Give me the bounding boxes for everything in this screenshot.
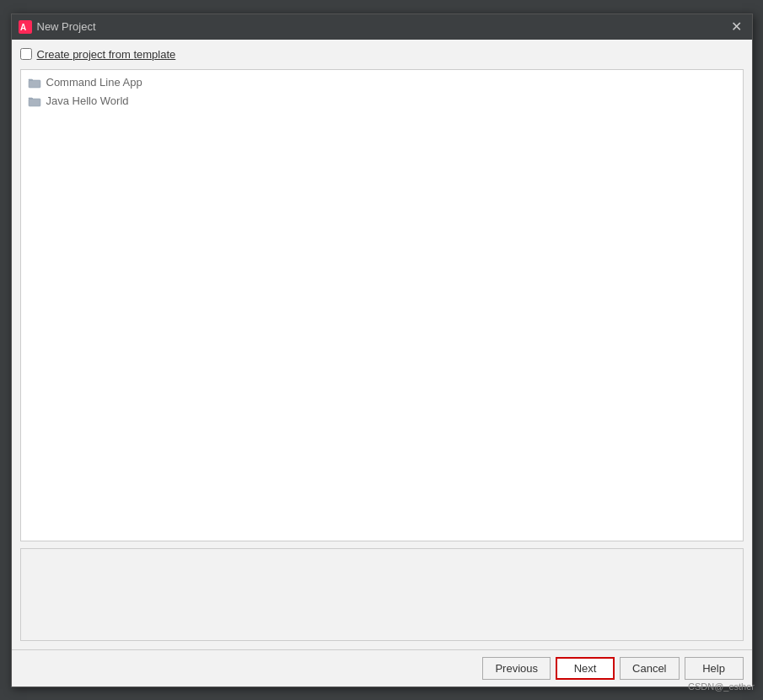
preview-area xyxy=(20,548,744,641)
list-item[interactable]: Command Line App xyxy=(21,73,743,92)
svg-text:A: A xyxy=(20,23,26,32)
dialog-body: Create project from template Command Lin… xyxy=(12,40,752,649)
dialog-wrapper: A New Project ✕ Create project from temp… xyxy=(0,0,763,700)
help-button[interactable]: Help xyxy=(685,657,744,680)
list-item[interactable]: Java Hello World xyxy=(21,92,743,110)
template-list[interactable]: Command Line App Java Hello World xyxy=(20,69,744,541)
close-button[interactable]: ✕ xyxy=(728,19,745,35)
create-from-template-label: Create project from template xyxy=(37,48,176,61)
next-button[interactable]: Next xyxy=(556,657,615,680)
dialog-footer: Previous Next Cancel Help xyxy=(12,649,752,687)
svg-rect-2 xyxy=(29,80,40,88)
app-icon: A xyxy=(19,20,32,34)
new-project-dialog: A New Project ✕ Create project from temp… xyxy=(11,13,753,687)
title-bar: A New Project ✕ xyxy=(12,14,752,40)
folder-icon xyxy=(28,94,41,108)
create-from-template-checkbox[interactable] xyxy=(20,48,32,60)
svg-rect-3 xyxy=(29,99,40,106)
title-bar-left: A New Project xyxy=(19,20,96,34)
dialog-title: New Project xyxy=(37,20,96,33)
folder-icon xyxy=(28,76,41,89)
template-item-name: Command Line App xyxy=(46,76,142,89)
watermark-text: CSDN@_esther xyxy=(688,681,755,692)
previous-button[interactable]: Previous xyxy=(482,657,551,680)
create-from-template-row: Create project from template xyxy=(20,48,744,61)
cancel-button[interactable]: Cancel xyxy=(620,657,679,680)
template-item-name: Java Hello World xyxy=(46,94,129,107)
